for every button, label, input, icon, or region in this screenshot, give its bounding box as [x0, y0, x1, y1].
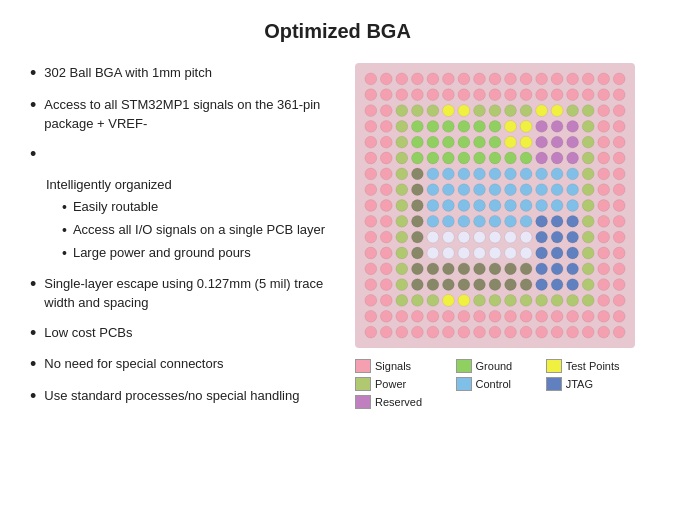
svg-point-121 — [380, 184, 392, 196]
svg-point-215 — [520, 263, 532, 275]
svg-point-218 — [567, 263, 579, 275]
svg-point-207 — [396, 263, 408, 275]
svg-point-281 — [489, 326, 501, 338]
svg-point-148 — [536, 200, 548, 212]
svg-point-100 — [582, 152, 594, 164]
svg-point-139 — [396, 200, 408, 212]
svg-point-52 — [365, 121, 377, 133]
sub-text: Access all I/O signals on a single PCB l… — [73, 220, 325, 240]
svg-point-41 — [458, 105, 470, 117]
svg-point-259 — [412, 310, 424, 322]
svg-point-4 — [412, 73, 424, 85]
svg-point-258 — [396, 310, 408, 322]
svg-point-79 — [520, 136, 532, 148]
svg-point-143 — [458, 200, 470, 212]
sub-dot: • — [62, 197, 67, 218]
legend-label-ground: Ground — [476, 360, 513, 372]
svg-point-241 — [396, 295, 408, 307]
svg-point-101 — [598, 152, 610, 164]
legend-power: Power — [355, 377, 448, 391]
svg-point-272 — [613, 310, 625, 322]
svg-point-204 — [613, 247, 625, 259]
svg-point-19 — [380, 89, 392, 101]
svg-point-106 — [412, 168, 424, 180]
svg-point-105 — [396, 168, 408, 180]
svg-point-94 — [489, 152, 501, 164]
legend-color-testpoints — [546, 359, 562, 373]
bullet-text: 302 Ball BGA with 1mm pitch — [44, 63, 335, 83]
svg-point-231 — [505, 279, 517, 291]
bullet-2: • Access to all STM32MP1 signals on the … — [30, 95, 335, 134]
svg-point-187 — [613, 231, 625, 243]
svg-point-28 — [520, 89, 532, 101]
svg-point-240 — [380, 295, 392, 307]
intelligently-section: Intelligently organized • Easily routabl… — [46, 175, 335, 264]
svg-point-203 — [598, 247, 610, 259]
svg-point-222 — [365, 279, 377, 291]
svg-point-285 — [551, 326, 563, 338]
svg-point-13 — [551, 73, 563, 85]
legend-jtag: JTAG — [546, 377, 645, 391]
svg-point-223 — [380, 279, 392, 291]
svg-point-276 — [412, 326, 424, 338]
svg-point-37 — [396, 105, 408, 117]
svg-point-178 — [474, 231, 486, 243]
sub-dot: • — [62, 243, 67, 264]
svg-point-122 — [396, 184, 408, 196]
svg-point-177 — [458, 231, 470, 243]
svg-point-202 — [582, 247, 594, 259]
svg-point-119 — [613, 168, 625, 180]
svg-point-233 — [536, 279, 548, 291]
svg-point-135 — [598, 184, 610, 196]
svg-point-262 — [458, 310, 470, 322]
svg-point-150 — [567, 200, 579, 212]
svg-point-220 — [598, 263, 610, 275]
svg-point-251 — [551, 295, 563, 307]
svg-point-221 — [613, 263, 625, 275]
svg-point-76 — [474, 136, 486, 148]
svg-point-249 — [520, 295, 532, 307]
svg-point-107 — [427, 168, 439, 180]
svg-point-126 — [458, 184, 470, 196]
svg-point-183 — [551, 231, 563, 243]
svg-point-174 — [412, 231, 424, 243]
legend-color-jtag — [546, 377, 562, 391]
legend-label-signals: Signals — [375, 360, 411, 372]
svg-point-190 — [396, 247, 408, 259]
svg-point-175 — [427, 231, 439, 243]
sub-dot: • — [62, 220, 67, 241]
svg-point-87 — [380, 152, 392, 164]
svg-point-248 — [505, 295, 517, 307]
svg-point-200 — [551, 247, 563, 259]
svg-point-287 — [582, 326, 594, 338]
svg-point-61 — [505, 121, 517, 133]
svg-point-260 — [427, 310, 439, 322]
legend-color-power — [355, 377, 371, 391]
svg-point-265 — [505, 310, 517, 322]
svg-point-238 — [613, 279, 625, 291]
sub-bullet-list: • Easily routable • Access all I/O signa… — [62, 197, 335, 264]
legend-label-control: Control — [476, 378, 511, 390]
svg-point-34 — [613, 89, 625, 101]
bullet-text: No need for special connectors — [44, 354, 335, 374]
bullet-6: • No need for special connectors — [30, 354, 335, 376]
svg-point-159 — [443, 215, 455, 227]
svg-point-179 — [489, 231, 501, 243]
svg-point-289 — [613, 326, 625, 338]
svg-point-98 — [551, 152, 563, 164]
svg-point-283 — [520, 326, 532, 338]
svg-point-165 — [536, 215, 548, 227]
svg-point-51 — [613, 105, 625, 117]
bullet-text: Single-layer escape using 0.127mm (5 mil… — [44, 274, 335, 313]
svg-point-5 — [427, 73, 439, 85]
svg-point-16 — [598, 73, 610, 85]
svg-point-255 — [613, 295, 625, 307]
svg-point-193 — [443, 247, 455, 259]
svg-point-261 — [443, 310, 455, 322]
svg-point-244 — [443, 295, 455, 307]
svg-point-211 — [458, 263, 470, 275]
svg-point-234 — [551, 279, 563, 291]
svg-point-209 — [427, 263, 439, 275]
svg-point-23 — [443, 89, 455, 101]
legend-color-ground — [456, 359, 472, 373]
